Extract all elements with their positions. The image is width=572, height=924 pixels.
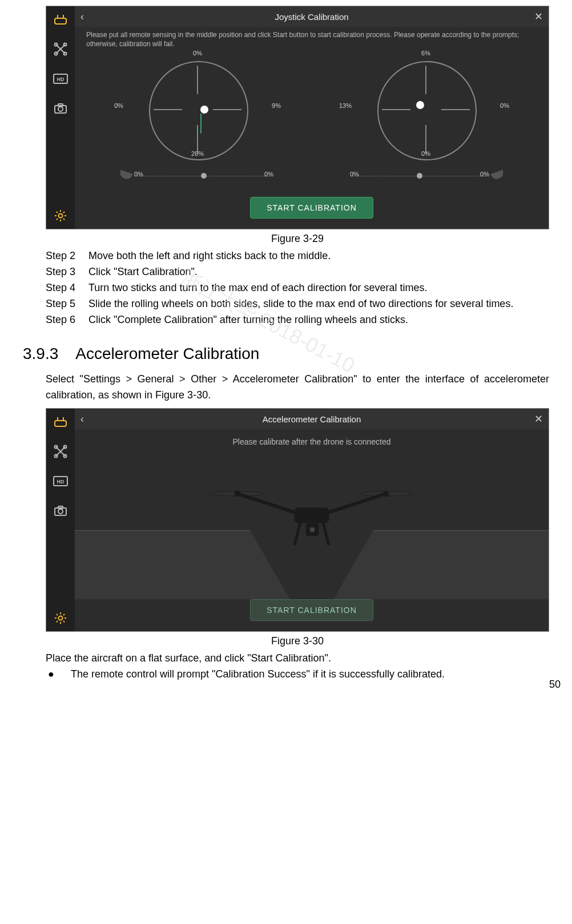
right-stick-left-pct: 13% [339, 102, 352, 109]
step-text: Move both the left and right sticks back… [88, 248, 549, 264]
back-icon[interactable]: ‹ [80, 11, 84, 23]
right-joystick: 6% 13% 0% 0% 0% [346, 53, 506, 179]
modal-titlebar: ‹ Accelerometer Calibration ✕ [75, 409, 549, 429]
svg-text:HD: HD [57, 76, 65, 82]
joystick-area: 0% 0% 9% 26% [75, 53, 549, 179]
post-figure-text: Place the aircraft on a flat surface, an… [46, 651, 549, 667]
drone-icon[interactable] [53, 42, 68, 57]
left-stick-right-pct: 9% [272, 102, 281, 109]
section-title: Accelerometer Calibration [75, 345, 259, 363]
left-stick-bottom-pct: 26% [191, 150, 204, 157]
app-sidebar: HD [46, 6, 75, 229]
hd-icon[interactable]: HD [53, 474, 68, 489]
svg-line-32 [237, 494, 300, 514]
figure-3-29-screenshot: HD ‹ Joystick Calibration ✕ [46, 6, 549, 229]
left-joystick: 0% 0% 9% 26% [118, 53, 277, 179]
app-sidebar: HD [46, 409, 75, 631]
svg-point-39 [235, 491, 240, 497]
modal-title: Accelerometer Calibration [263, 414, 361, 424]
left-trigger-icon [119, 170, 133, 181]
svg-point-12 [58, 107, 63, 111]
step-row: Step 3 Click "Start Calibration". [46, 264, 549, 280]
svg-point-27 [58, 509, 63, 514]
gear-icon[interactable] [53, 208, 68, 223]
right-trigger-icon [491, 170, 505, 181]
modal-title: Joystick Calibration [275, 12, 348, 22]
start-calibration-button[interactable]: START CALIBRATION [250, 197, 373, 219]
svg-rect-34 [295, 508, 329, 523]
step-text: Click "Start Calibration". [88, 264, 549, 280]
svg-rect-15 [55, 421, 66, 426]
page-number: 50 [549, 679, 561, 691]
camera-icon[interactable] [53, 503, 68, 518]
svg-point-29 [59, 616, 63, 620]
svg-point-40 [383, 491, 389, 497]
step-row: Step 2 Move both the left and right stic… [46, 248, 549, 264]
right-stick-bottom-pct: 0% [421, 150, 430, 157]
step-label: Step 3 [46, 264, 88, 280]
left-stick-top-pct: 0% [193, 50, 202, 57]
left-indicator [200, 114, 202, 134]
calibration-hint: Please calibrate after the drone is conn… [75, 429, 549, 451]
controller-icon[interactable] [53, 414, 68, 429]
figure-3-30-caption: Figure 3-30 [46, 635, 549, 647]
section-intro: Select "Settings > General > Other > Acc… [46, 372, 549, 404]
right-stick-top-pct: 6% [421, 50, 430, 57]
section-heading: 3.9.3 Accelerometer Calibration [23, 345, 549, 363]
bullet-text: The remote control will prompt "Calibrat… [71, 667, 445, 683]
figure-3-29-caption: Figure 3-29 [46, 233, 549, 245]
controller-icon[interactable] [53, 12, 68, 27]
gear-icon[interactable] [53, 611, 68, 626]
figure-3-30-screenshot: HD ‹ Accelerometer Calibration ✕ [46, 408, 549, 632]
left-wheel-dot [201, 173, 207, 179]
start-calibration-button[interactable]: START CALIBRATION [250, 599, 373, 621]
step-row: Step 6 Click "Complete Calibration" afte… [46, 312, 549, 328]
svg-line-33 [323, 494, 386, 514]
step-text: Turn two sticks and turn to the max end … [88, 280, 549, 296]
calibration-hint: Please put all remote sensing in the mid… [75, 27, 549, 53]
right-wheel-dot [417, 173, 422, 179]
step-label: Step 2 [46, 248, 88, 264]
step-label: Step 4 [46, 280, 88, 296]
step-row: Step 4 Turn two sticks and turn to the m… [46, 280, 549, 296]
bullet-marker: ● [46, 667, 71, 683]
modal-titlebar: ‹ Joystick Calibration ✕ [75, 6, 549, 27]
svg-text:HD: HD [57, 479, 65, 485]
right-wheel-pct-a: 0% [350, 171, 359, 177]
right-stick-right-pct: 0% [500, 102, 509, 109]
camera-icon[interactable] [53, 101, 68, 116]
step-label: Step 5 [46, 296, 88, 312]
left-wheel-pct-b: 0% [264, 171, 273, 177]
close-icon[interactable]: ✕ [534, 10, 543, 23]
drone-illustration [75, 451, 549, 599]
step-text: Click "Complete Calibration" after turni… [88, 312, 549, 328]
svg-point-14 [59, 214, 63, 218]
step-text: Slide the rolling wheels on both sides, … [88, 296, 549, 312]
section-number: 3.9.3 [23, 345, 58, 363]
drone-icon[interactable] [53, 444, 68, 459]
hd-icon[interactable]: HD [53, 71, 68, 86]
step-label: Step 6 [46, 312, 88, 328]
back-icon[interactable]: ‹ [80, 413, 84, 425]
bullet-item: ● The remote control will prompt "Calibr… [46, 667, 549, 683]
close-icon[interactable]: ✕ [534, 413, 543, 425]
left-wheel-pct-a: 0% [134, 171, 143, 177]
step-row: Step 5 Slide the rolling wheels on both … [46, 296, 549, 312]
left-stick-left-pct: 0% [114, 102, 123, 109]
svg-rect-0 [55, 18, 66, 24]
right-wheel-pct-b: 0% [480, 171, 489, 177]
